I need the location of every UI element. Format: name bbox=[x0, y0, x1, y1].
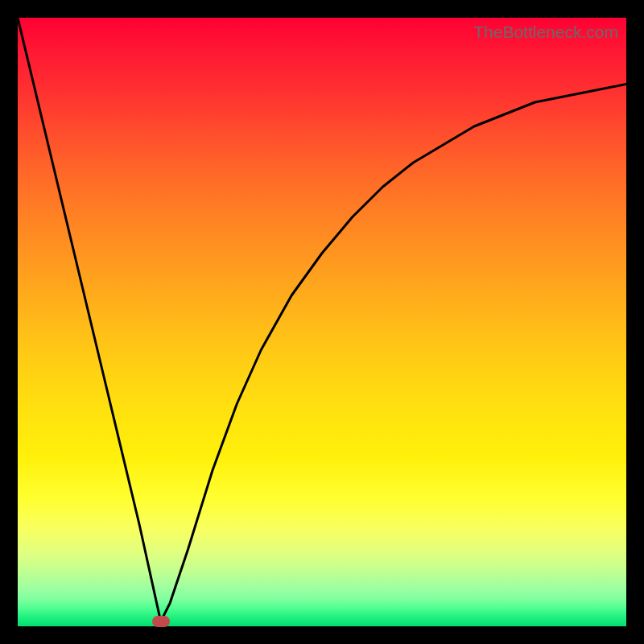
plot-area: TheBottleneck.com bbox=[18, 18, 626, 626]
minimum-marker bbox=[152, 616, 170, 627]
chart-container: TheBottleneck.com bbox=[0, 0, 644, 644]
bottleneck-curve bbox=[18, 18, 626, 621]
curve-svg bbox=[18, 18, 626, 626]
watermark-text: TheBottleneck.com bbox=[473, 23, 618, 42]
